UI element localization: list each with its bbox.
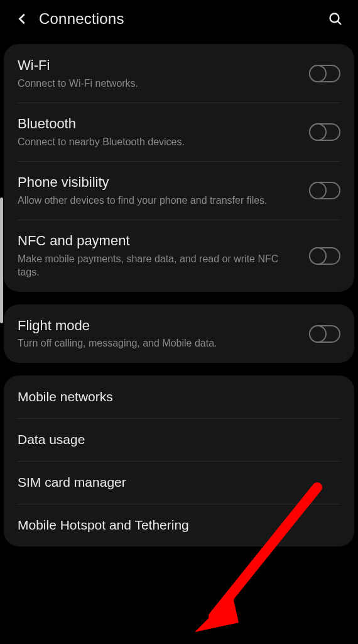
setting-row-mobile-networks[interactable]: Mobile networks [4, 375, 354, 418]
page-title: Connections [39, 10, 323, 28]
bluetooth-toggle[interactable] [309, 123, 340, 141]
setting-row-nfc-payment[interactable]: NFC and payment Make mobile payments, sh… [4, 219, 354, 292]
settings-group-1: Wi-Fi Connect to Wi-Fi networks. Bluetoo… [4, 44, 354, 292]
row-subtitle: Turn off calling, messaging, and Mobile … [18, 336, 299, 350]
flight-mode-toggle[interactable] [309, 325, 340, 343]
svg-point-0 [330, 14, 339, 23]
row-text: Phone visibility Allow other devices to … [18, 174, 309, 207]
row-title: Mobile networks [18, 389, 330, 405]
phone-visibility-toggle[interactable] [309, 182, 340, 199]
setting-row-wifi[interactable]: Wi-Fi Connect to Wi-Fi networks. [4, 44, 354, 103]
setting-row-phone-visibility[interactable]: Phone visibility Allow other devices to … [4, 161, 354, 219]
settings-connections-screen: Connections Wi-Fi Connect to Wi-Fi netwo… [0, 0, 358, 644]
row-title: NFC and payment [18, 232, 299, 250]
setting-row-data-usage[interactable]: Data usage [4, 418, 354, 461]
row-title: Phone visibility [18, 174, 299, 191]
row-text: Data usage [18, 431, 340, 448]
row-title: SIM card manager [18, 474, 330, 491]
setting-row-flight-mode[interactable]: Flight mode Turn off calling, messaging,… [4, 304, 354, 363]
header-bar: Connections [0, 0, 358, 38]
row-subtitle: Connect to nearby Bluetooth devices. [18, 135, 299, 149]
row-text: SIM card manager [18, 474, 340, 491]
chevron-left-icon [16, 12, 30, 26]
setting-row-bluetooth[interactable]: Bluetooth Connect to nearby Bluetooth de… [4, 103, 354, 161]
row-subtitle: Allow other devices to find your phone a… [18, 194, 299, 208]
row-text: Mobile networks [18, 389, 340, 405]
row-text: Flight mode Turn off calling, messaging,… [18, 317, 309, 350]
setting-row-sim-card-manager[interactable]: SIM card manager [4, 461, 354, 504]
wifi-toggle[interactable] [309, 65, 340, 82]
setting-row-mobile-hotspot-tethering[interactable]: Mobile Hotspot and Tethering [4, 504, 354, 547]
row-title: Bluetooth [18, 115, 299, 133]
row-title: Wi-Fi [18, 57, 299, 74]
scroll-indicator [0, 197, 3, 323]
row-subtitle: Connect to Wi-Fi networks. [18, 77, 299, 91]
svg-line-1 [338, 21, 341, 25]
search-icon [328, 11, 343, 26]
row-title: Data usage [18, 431, 330, 448]
back-button[interactable] [10, 6, 35, 31]
content-area: Wi-Fi Connect to Wi-Fi networks. Bluetoo… [0, 38, 358, 547]
row-subtitle: Make mobile payments, share data, and re… [18, 252, 299, 279]
search-button[interactable] [323, 6, 348, 31]
row-text: NFC and payment Make mobile payments, sh… [18, 232, 309, 279]
row-text: Wi-Fi Connect to Wi-Fi networks. [18, 57, 309, 90]
row-title: Mobile Hotspot and Tethering [18, 517, 330, 533]
row-text: Bluetooth Connect to nearby Bluetooth de… [18, 115, 309, 148]
row-text: Mobile Hotspot and Tethering [18, 517, 340, 533]
row-title: Flight mode [18, 317, 299, 335]
nfc-payment-toggle[interactable] [309, 247, 340, 265]
settings-group-2: Flight mode Turn off calling, messaging,… [4, 304, 354, 363]
settings-group-3: Mobile networks Data usage SIM card mana… [4, 375, 354, 547]
